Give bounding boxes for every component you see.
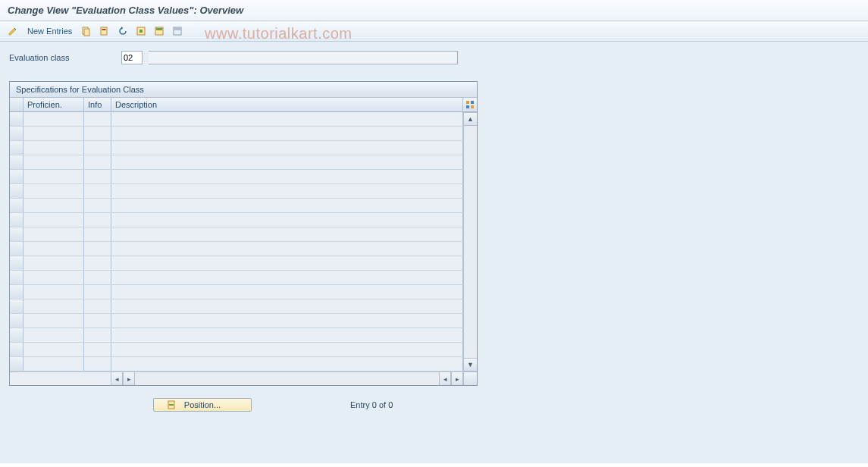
row-selector[interactable] [10, 184, 24, 198]
cell-proficiency[interactable] [24, 155, 84, 169]
table-row[interactable] [10, 314, 463, 328]
row-selector[interactable] [10, 256, 24, 270]
cell-proficiency[interactable] [24, 299, 84, 313]
row-selector[interactable] [10, 271, 24, 284]
cell-info[interactable] [84, 285, 111, 299]
table-row[interactable] [10, 357, 463, 371]
cell-proficiency[interactable] [24, 242, 84, 255]
cell-description[interactable] [111, 242, 463, 255]
cell-info[interactable] [84, 184, 111, 198]
deselect-icon[interactable] [171, 24, 184, 38]
table-row[interactable] [10, 328, 463, 343]
cell-proficiency[interactable] [24, 199, 84, 212]
cell-info[interactable] [84, 242, 111, 255]
evaluation-class-desc-input[interactable] [149, 51, 458, 64]
row-selector[interactable] [10, 328, 24, 342]
cell-info[interactable] [84, 256, 111, 270]
column-info-header[interactable]: Info [84, 98, 111, 111]
cell-info[interactable] [84, 127, 111, 140]
cell-description[interactable] [111, 227, 463, 241]
cell-info[interactable] [84, 112, 111, 126]
column-selector-header[interactable] [10, 98, 24, 111]
position-button[interactable]: Position... [153, 398, 252, 412]
cell-info[interactable] [84, 141, 111, 155]
select-block-icon[interactable] [152, 24, 166, 38]
row-selector[interactable] [10, 155, 24, 169]
table-row[interactable] [10, 256, 463, 271]
cell-description[interactable] [111, 213, 463, 227]
undo-icon[interactable] [116, 24, 130, 38]
table-row[interactable] [10, 271, 463, 285]
table-row[interactable] [10, 285, 463, 299]
cell-proficiency[interactable] [24, 112, 84, 126]
row-selector[interactable] [10, 170, 24, 183]
row-selector[interactable] [10, 127, 24, 140]
cell-info[interactable] [84, 299, 111, 313]
table-row[interactable] [10, 184, 463, 199]
table-row[interactable] [10, 242, 463, 256]
table-row[interactable] [10, 199, 463, 213]
row-selector[interactable] [10, 112, 24, 126]
cell-info[interactable] [84, 155, 111, 169]
scroll-right-icon[interactable]: ◂ [439, 372, 451, 385]
table-row[interactable] [10, 343, 463, 357]
cell-description[interactable] [111, 170, 463, 183]
row-selector[interactable] [10, 299, 24, 313]
cell-description[interactable] [111, 285, 463, 299]
table-row[interactable] [10, 112, 463, 127]
row-selector[interactable] [10, 227, 24, 241]
table-row[interactable] [10, 127, 463, 141]
scroll-left-icon[interactable]: ▸ [123, 372, 135, 385]
cell-description[interactable] [111, 271, 463, 284]
cell-description[interactable] [111, 314, 463, 328]
row-selector[interactable] [10, 343, 24, 356]
column-proficiency-header[interactable]: Proficien. [24, 98, 84, 111]
cell-description[interactable] [111, 199, 463, 212]
cell-info[interactable] [84, 199, 111, 212]
table-row[interactable] [10, 213, 463, 227]
cell-description[interactable] [111, 299, 463, 313]
table-settings-icon[interactable] [463, 98, 477, 111]
cell-proficiency[interactable] [24, 127, 84, 140]
cell-info[interactable] [84, 271, 111, 284]
scroll-left-first-icon[interactable]: ◂ [111, 372, 123, 385]
cell-description[interactable] [111, 112, 463, 126]
cell-description[interactable] [111, 328, 463, 342]
row-selector[interactable] [10, 285, 24, 299]
cell-info[interactable] [84, 170, 111, 183]
cell-proficiency[interactable] [24, 170, 84, 183]
cell-proficiency[interactable] [24, 213, 84, 227]
scroll-right-last-icon[interactable]: ▸ [451, 372, 463, 385]
cell-proficiency[interactable] [24, 357, 84, 371]
row-selector[interactable] [10, 357, 24, 371]
select-all-icon[interactable] [134, 24, 148, 38]
table-row[interactable] [10, 155, 463, 170]
cell-info[interactable] [84, 357, 111, 371]
horizontal-scrollbar[interactable]: ◂ ▸ ◂ ▸ [10, 371, 477, 385]
cell-proficiency[interactable] [24, 285, 84, 299]
edit-pencil-icon[interactable] [6, 24, 20, 38]
cell-description[interactable] [111, 256, 463, 270]
cell-proficiency[interactable] [24, 141, 84, 155]
row-selector[interactable] [10, 242, 24, 255]
cell-info[interactable] [84, 227, 111, 241]
cell-description[interactable] [111, 155, 463, 169]
row-selector[interactable] [10, 314, 24, 328]
cell-proficiency[interactable] [24, 256, 84, 270]
vertical-scrollbar[interactable]: ▲ ▼ [463, 112, 477, 371]
cell-description[interactable] [111, 141, 463, 155]
table-row[interactable] [10, 299, 463, 314]
scroll-up-icon[interactable]: ▲ [464, 112, 477, 126]
cell-proficiency[interactable] [24, 343, 84, 356]
cell-proficiency[interactable] [24, 227, 84, 241]
cell-description[interactable] [111, 184, 463, 198]
delete-icon[interactable] [98, 24, 111, 38]
evaluation-class-input[interactable] [121, 51, 143, 64]
column-description-header[interactable]: Description [111, 98, 463, 111]
cell-info[interactable] [84, 343, 111, 356]
table-row[interactable] [10, 227, 463, 242]
cell-info[interactable] [84, 213, 111, 227]
cell-proficiency[interactable] [24, 328, 84, 342]
cell-info[interactable] [84, 328, 111, 342]
new-entries-button[interactable]: New Entries [24, 25, 75, 37]
